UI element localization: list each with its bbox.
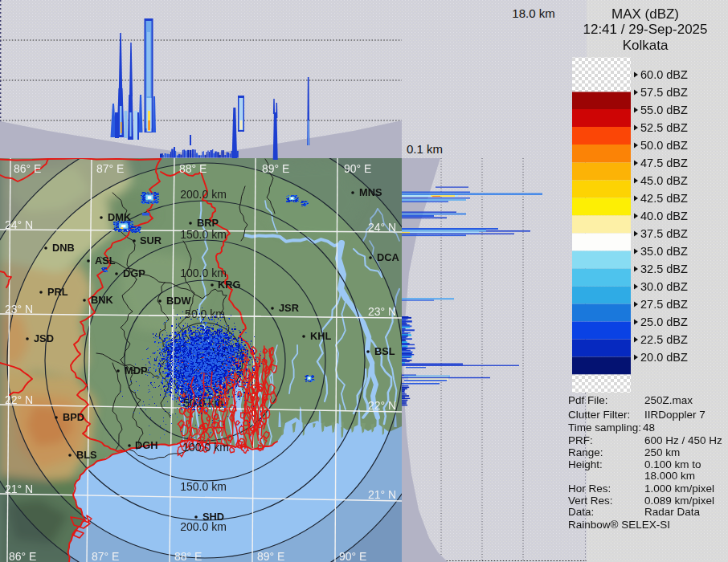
svg-text:JSR: JSR: [279, 302, 299, 314]
svg-text:150.0 km: 150.0 km: [180, 480, 227, 493]
svg-text:47.5 dBZ: 47.5 dBZ: [640, 157, 688, 169]
svg-text:200.0 km: 200.0 km: [180, 188, 227, 201]
svg-text:18.0 km: 18.0 km: [512, 6, 554, 20]
svg-text:Time sampling:: Time sampling:: [568, 422, 641, 434]
svg-text:Hor Res:: Hor Res:: [568, 483, 611, 495]
svg-text:18.000 km: 18.000 km: [644, 470, 695, 482]
svg-text:Height:: Height:: [568, 458, 603, 470]
svg-text:DCA: DCA: [377, 251, 399, 263]
svg-text:21° N: 21° N: [5, 483, 33, 495]
svg-text:150.0 km: 150.0 km: [180, 228, 227, 241]
svg-text:BRP: BRP: [197, 217, 219, 229]
svg-text:Data:: Data:: [568, 506, 594, 518]
svg-text:25.0 dBZ: 25.0 dBZ: [640, 316, 688, 328]
svg-text:87° E: 87° E: [96, 162, 124, 175]
svg-text:60.0 dBZ: 60.0 dBZ: [640, 68, 688, 81]
svg-text:0.100 km to: 0.100 km to: [644, 458, 701, 470]
svg-text:52.5 dBZ: 52.5 dBZ: [640, 121, 688, 134]
svg-text:DGH: DGH: [135, 439, 157, 451]
svg-text:BNK: BNK: [91, 294, 113, 306]
svg-text:50.0 km: 50.0 km: [183, 397, 223, 409]
svg-text:SUR: SUR: [140, 234, 162, 246]
svg-text:Radar Data: Radar Data: [644, 506, 701, 518]
svg-text:22° N: 22° N: [5, 393, 33, 406]
svg-text:30.0 dBZ: 30.0 dBZ: [640, 280, 688, 293]
svg-text:87° E: 87° E: [92, 550, 119, 562]
svg-text:88° E: 88° E: [179, 162, 207, 175]
svg-text:600 Hz / 450 Hz: 600 Hz / 450 Hz: [644, 434, 722, 446]
svg-text:24° N: 24° N: [368, 221, 396, 234]
svg-text:KHL: KHL: [310, 330, 331, 342]
svg-text:Clutter Filter:: Clutter Filter:: [568, 409, 630, 421]
svg-text:100.0 km: 100.0 km: [182, 441, 229, 454]
svg-text:90° E: 90° E: [339, 550, 366, 562]
svg-text:88° E: 88° E: [174, 550, 202, 562]
svg-text:250Z.max: 250Z.max: [644, 394, 693, 406]
svg-text:DNB: DNB: [52, 242, 75, 254]
svg-text:BDW: BDW: [166, 295, 191, 307]
svg-text:Range:: Range:: [568, 446, 603, 458]
svg-text:50.0 km: 50.0 km: [185, 307, 225, 320]
svg-text:22.5 dBZ: 22.5 dBZ: [640, 333, 688, 346]
svg-text:40.0 dBZ: 40.0 dBZ: [640, 210, 688, 222]
svg-text:12:41 / 29-Sep-2025: 12:41 / 29-Sep-2025: [583, 22, 707, 37]
svg-text:55.0 dBZ: 55.0 dBZ: [640, 104, 688, 116]
svg-text:MDP: MDP: [125, 364, 148, 377]
svg-text:50.0 dBZ: 50.0 dBZ: [640, 139, 688, 152]
svg-text:DGP: DGP: [123, 267, 145, 279]
svg-text:DMK: DMK: [108, 211, 132, 223]
svg-text:Vert Res:: Vert Res:: [568, 495, 613, 507]
svg-text:45.0 dBZ: 45.0 dBZ: [640, 174, 688, 187]
svg-text:SHD: SHD: [202, 511, 224, 523]
svg-text:BPD: BPD: [63, 411, 84, 423]
svg-text:BLS: BLS: [76, 449, 97, 461]
svg-text:JSD: JSD: [34, 332, 54, 344]
svg-text:42.5 dBZ: 42.5 dBZ: [640, 192, 688, 205]
svg-text:0.1 km: 0.1 km: [407, 142, 443, 156]
svg-text:32.5 dBZ: 32.5 dBZ: [640, 263, 688, 275]
svg-text:MNS: MNS: [359, 186, 382, 198]
svg-text:BSL: BSL: [374, 345, 395, 357]
svg-text:Kolkata: Kolkata: [623, 38, 669, 53]
svg-text:PRF:: PRF:: [568, 434, 593, 446]
svg-text:23° N: 23° N: [368, 305, 396, 318]
svg-text:20.0 dBZ: 20.0 dBZ: [640, 351, 688, 364]
svg-text:Rainbow® SELEX-SI: Rainbow® SELEX-SI: [568, 519, 670, 531]
svg-text:ASL: ASL: [95, 255, 116, 267]
svg-text:48: 48: [643, 422, 655, 434]
svg-text:86° E: 86° E: [9, 550, 36, 562]
svg-text:90° E: 90° E: [344, 162, 371, 175]
svg-text:PRL: PRL: [47, 286, 68, 298]
svg-text:89° E: 89° E: [257, 550, 284, 562]
svg-text:21° N: 21° N: [368, 488, 396, 501]
svg-text:MAX (dBZ): MAX (dBZ): [611, 6, 679, 22]
svg-text:KRG: KRG: [218, 279, 240, 291]
svg-text:Pdf File:: Pdf File:: [568, 394, 608, 406]
svg-text:IIRDoppler 7: IIRDoppler 7: [644, 409, 706, 421]
svg-text:37.5 dBZ: 37.5 dBZ: [640, 227, 688, 240]
svg-text:23° N: 23° N: [5, 303, 33, 316]
svg-text:27.5 dBZ: 27.5 dBZ: [640, 298, 688, 311]
svg-text:22° N: 22° N: [368, 399, 396, 412]
svg-text:1.000 km/pixel: 1.000 km/pixel: [644, 483, 714, 495]
svg-text:24° N: 24° N: [5, 218, 33, 231]
svg-text:89° E: 89° E: [262, 162, 289, 175]
svg-text:86° E: 86° E: [14, 162, 41, 175]
svg-text:35.0 dBZ: 35.0 dBZ: [640, 245, 688, 258]
svg-text:250 km: 250 km: [644, 446, 680, 458]
svg-text:57.5 dBZ: 57.5 dBZ: [640, 86, 688, 99]
svg-text:0.089 km/pixel: 0.089 km/pixel: [644, 495, 714, 507]
